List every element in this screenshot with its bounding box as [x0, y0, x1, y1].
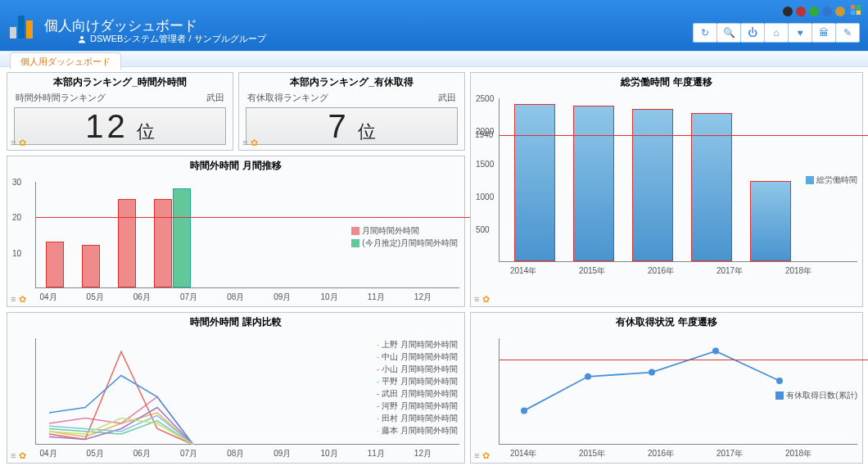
svg-rect-2	[857, 5, 861, 9]
svg-rect-3	[851, 11, 855, 15]
refresh-button[interactable]: ↻	[693, 23, 717, 43]
svg-point-5	[521, 407, 527, 414]
home-button[interactable]: ⌂	[764, 23, 789, 43]
panel-title: 総労働時間 年度遷移	[471, 73, 862, 92]
gear-icon[interactable]: ✿	[19, 138, 26, 148]
svg-rect-1	[851, 5, 855, 9]
app-logo-icon	[10, 12, 36, 38]
building-button[interactable]: 🏛	[811, 23, 836, 43]
theme-dot[interactable]	[783, 7, 793, 16]
rank-display: 7位	[246, 107, 458, 145]
chart-section-compare: -上野 月間時間外時間-中山 月間時間外時間-小山 月間時間外時間-平野 月間時…	[7, 332, 464, 463]
menu-icon[interactable]: ≡	[474, 294, 479, 305]
power-button[interactable]: ⏻	[740, 23, 765, 43]
theme-dot[interactable]	[835, 7, 845, 16]
panel-title: 有休取得状況 年度遷移	[471, 313, 862, 332]
panel-overtime-monthly: 時間外時間 月間推移 月間時間外時間 (今月推定)月間時間外時間 1020300…	[7, 156, 465, 307]
panel-paid-leave: 有休取得状況 年度遷移 有休取得日数(累計) 2014年2015年2016年20…	[470, 312, 863, 464]
user-line: DSWEBシステム管理者 / サンプルグループ	[77, 33, 266, 45]
search-button[interactable]: 🔍	[717, 23, 741, 43]
menu-icon[interactable]: ≡	[11, 294, 16, 305]
theme-dot[interactable]	[809, 7, 819, 16]
panel-rank-leave: 本部内ランキング_有休取得 有休取得ランキング武田 7位 ≡✿	[238, 72, 465, 151]
theme-dot[interactable]	[796, 7, 806, 16]
header: 個人向けダッシュボード DSWEBシステム管理者 / サンプルグループ ↻ 🔍 …	[0, 0, 868, 51]
edit-button[interactable]: ✎	[835, 23, 860, 43]
svg-rect-4	[857, 11, 861, 15]
panel-total-hours: 総労働時間 年度遷移 1940 総労働時間 500100015002000250…	[470, 72, 863, 307]
gear-icon[interactable]: ✿	[251, 138, 258, 148]
rank-display: 12位	[14, 107, 226, 145]
chart-total-hours: 1940 総労働時間 50010001500200025002014年2015年…	[471, 92, 862, 280]
svg-point-9	[776, 378, 783, 384]
panel-rank-overtime: 本部内ランキング_時間外時間 時間外時間ランキング武田 12位 ≡✿	[7, 72, 233, 151]
panel-title: 本部内ランキング_有休取得	[239, 73, 464, 92]
gear-icon[interactable]: ✿	[19, 450, 26, 461]
gear-icon[interactable]: ✿	[19, 294, 26, 305]
menu-icon[interactable]: ≡	[242, 138, 247, 148]
tab-personal-dashboard[interactable]: 個人用ダッシュボード	[10, 52, 121, 70]
panel-section-compare: 時間外時間 課内比較 -上野 月間時間外時間-中山 月間時間外時間-小山 月間時…	[7, 312, 465, 464]
svg-point-6	[585, 373, 591, 380]
svg-point-0	[80, 36, 84, 39]
chart-paid-leave: 有休取得日数(累計) 2014年2015年2016年2017年2018年	[471, 332, 862, 463]
gear-icon[interactable]: ✿	[482, 450, 490, 461]
panel-title: 時間外時間 課内比較	[7, 313, 464, 332]
theme-dots	[783, 7, 845, 16]
toolbar: ↻ 🔍 ⏻ ⌂ ♥ 🏛 ✎	[693, 23, 860, 43]
svg-point-8	[712, 348, 719, 355]
gear-icon[interactable]: ✿	[482, 294, 490, 305]
chart-overtime: 月間時間外時間 (今月推定)月間時間外時間 10203004月05月06月07月…	[7, 175, 464, 306]
favorite-button[interactable]: ♥	[788, 23, 812, 43]
panel-handles: ≡✿	[11, 138, 26, 148]
panel-title: 時間外時間 月間推移	[7, 156, 464, 175]
windows-icon[interactable]	[848, 3, 863, 16]
menu-icon[interactable]: ≡	[11, 450, 16, 461]
tab-strip: 個人用ダッシュボード	[0, 51, 868, 67]
theme-dot[interactable]	[822, 7, 832, 16]
svg-point-7	[649, 369, 655, 376]
menu-icon[interactable]: ≡	[474, 450, 479, 461]
user-icon	[77, 34, 87, 44]
menu-icon[interactable]: ≡	[11, 138, 16, 148]
panel-title: 本部内ランキング_時間外時間	[7, 73, 233, 92]
